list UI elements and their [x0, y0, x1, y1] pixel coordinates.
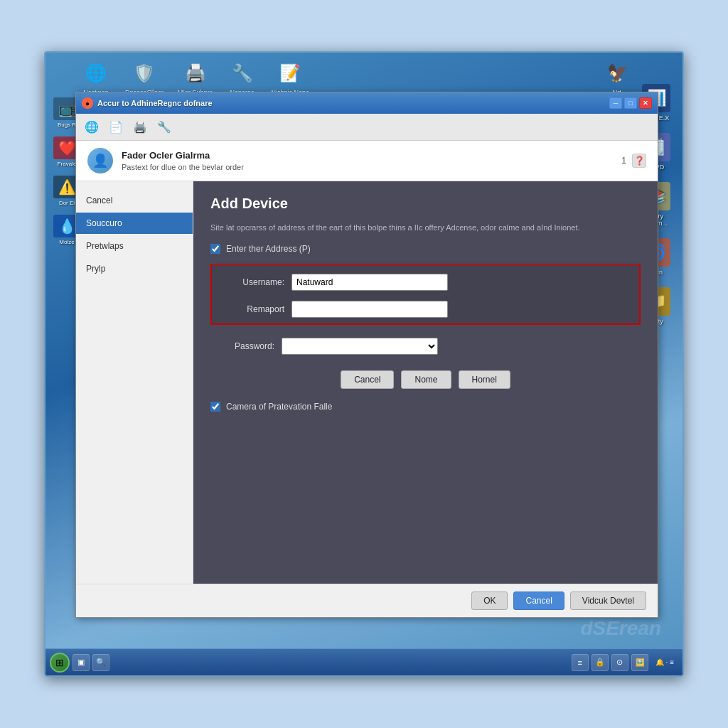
username-row: Username:: [220, 274, 631, 291]
desktop-icon-warning-label: Dor Ei: [59, 200, 75, 206]
address-checkbox-row: Enter ther Address (P): [210, 244, 641, 254]
taskbar-right-icon-2[interactable]: 🔒: [592, 654, 609, 671]
dialog-header-icon: 👤: [87, 148, 113, 173]
start-button[interactable]: ⊞: [50, 653, 70, 673]
desktop-icon-extra[interactable]: 🦅 Nrt.: [603, 60, 633, 96]
window-controls: ─ □ ✕: [609, 97, 652, 109]
desktop-icon-molze-label: Molze: [59, 239, 74, 245]
desktop-watermark: dSErean: [580, 617, 661, 640]
dialog-body: Cancel Souccuro Pretwlaps Prylp Add Devi…: [76, 181, 658, 584]
window-title-text: Accur to AdhineRegnc dofnare: [97, 99, 609, 107]
desktop-top-icons-bar: 🌐 Nastinen 🛡️ DnosceCllner 🖨️ MIor Subnr…: [81, 60, 633, 96]
desktop: 🌐 Nastinen 🛡️ DnosceCllner 🖨️ MIor Subnr…: [44, 51, 684, 677]
address-checkbox[interactable]: [210, 244, 220, 254]
dialog-header: 👤 Fader Ocler Gialrma Pastext for dlue o…: [76, 141, 658, 181]
taskbar-right-icon-1[interactable]: ≡: [572, 654, 589, 671]
content-title: Add Device: [210, 196, 641, 212]
remaport-input[interactable]: [291, 301, 448, 318]
toolbar-print-icon[interactable]: 🖨️: [130, 117, 150, 137]
remaport-row: Remaport: [220, 301, 631, 318]
dialog-header-info: Fader Ocler Gialrma Pastext for dlue on …: [122, 150, 244, 171]
dialog-footer: OK Cancel Vidcuk Devtel: [76, 584, 658, 617]
content-nome-button[interactable]: Nome: [401, 370, 451, 389]
camera-label: Camera of Pratevation Falle: [226, 402, 332, 412]
username-label: Username:: [220, 277, 284, 287]
footer-vidcuk-button[interactable]: Vidcuk Devtel: [570, 592, 646, 610]
minimize-button[interactable]: ─: [609, 97, 622, 109]
taskbar-item-1[interactable]: ▣: [73, 654, 90, 671]
address-checkbox-label: Enter ther Address (P): [226, 244, 311, 254]
desktop-icon-nopares[interactable]: 🔧 Nopares: [228, 60, 257, 96]
dialog-header-pagenum: 1 ❓: [621, 154, 646, 168]
camera-row: Camera of Pratevation Falle: [210, 402, 641, 412]
window-titlebar: ● Accur to AdhineRegnc dofnare ─ □ ✕: [76, 92, 658, 114]
dialog-header-title: Fader Ocler Gialrma: [122, 150, 244, 161]
desktop-icon-dnosscellner[interactable]: 🛡️ DnosceCllner: [125, 60, 164, 96]
dialog-container: 👤 Fader Ocler Gialrma Pastext for dlue o…: [76, 141, 658, 617]
content-cancel-button[interactable]: Cancel: [341, 370, 394, 389]
content-buttons: Cancel Nome Hornel: [210, 370, 641, 389]
remaport-label: Remaport: [220, 304, 284, 314]
window-title-icon: ●: [82, 97, 93, 109]
dialog-content: Add Device Site lat opcrarss of address …: [193, 181, 658, 584]
dialog-header-subtitle: Pastext for dlue on the bevlar order: [122, 163, 244, 171]
footer-ok-button[interactable]: OK: [471, 592, 508, 610]
window-toolbar: 🌐 📄 🖨️ 🔧: [76, 114, 658, 141]
sidebar-item-prylp[interactable]: Prylp: [76, 258, 193, 279]
content-description: Site lat opcrarss of address of the eart…: [210, 222, 641, 234]
sidebar-item-cancel[interactable]: Cancel: [76, 190, 193, 211]
sidebar-item-souccuro[interactable]: Souccuro: [76, 213, 193, 234]
password-select[interactable]: [282, 338, 438, 355]
desktop-icon-nichnic[interactable]: 📝 Nichnic Nope: [272, 60, 310, 96]
main-window: ● Accur to AdhineRegnc dofnare ─ □ ✕ 🌐 📄…: [75, 92, 658, 618]
taskbar-clock: 🔔 · ≡: [651, 657, 678, 668]
help-button[interactable]: ❓: [632, 154, 646, 168]
password-row: Password:: [210, 338, 641, 355]
desktop-icon-ie[interactable]: 🌐 Nastinen: [81, 60, 111, 96]
highlighted-fields-group: Username: Remaport: [210, 264, 641, 325]
content-hornel-button[interactable]: Hornel: [459, 370, 510, 389]
taskbar-right: ≡ 🔒 ⊙ 🖼️ 🔔 · ≡: [572, 654, 678, 671]
username-input[interactable]: [291, 274, 448, 291]
toolbar-settings-icon[interactable]: 🔧: [154, 117, 174, 137]
password-label: Password:: [210, 341, 274, 351]
taskbar-item-2[interactable]: 🔍: [92, 654, 109, 671]
maximize-button[interactable]: □: [624, 97, 637, 109]
dialog-sidebar: Cancel Souccuro Pretwlaps Prylp: [76, 181, 193, 584]
sidebar-item-pretwlaps[interactable]: Pretwlaps: [76, 235, 193, 257]
desktop-icon-bugs-label: Bugs R: [58, 122, 76, 128]
toolbar-back-icon[interactable]: 🌐: [82, 117, 102, 137]
camera-checkbox[interactable]: [210, 402, 220, 412]
taskbar-right-icon-4[interactable]: 🖼️: [631, 654, 648, 671]
desktop-icon-fravale-label: Fravale: [58, 161, 77, 167]
desktop-icon-printer[interactable]: 🖨️ MIor Subnre: [178, 60, 213, 96]
close-button[interactable]: ✕: [639, 97, 652, 109]
toolbar-doc-icon[interactable]: 📄: [106, 117, 126, 137]
taskbar-right-icon-3[interactable]: ⊙: [611, 654, 628, 671]
footer-cancel-button[interactable]: Cancel: [513, 592, 564, 610]
taskbar: ⊞ ▣ 🔍 ≡ 🔒 ⊙ 🖼️ 🔔 · ≡: [46, 648, 682, 675]
